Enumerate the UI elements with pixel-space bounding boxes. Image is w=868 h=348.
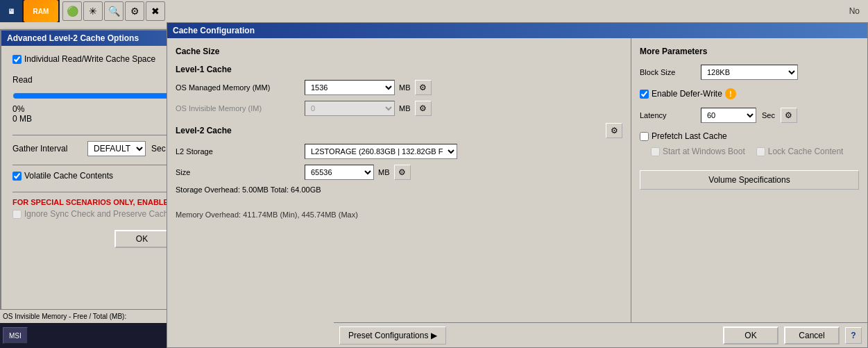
- volatile-checkbox[interactable]: [12, 172, 22, 181]
- cache-config-titlebar: Cache Configuration: [167, 23, 867, 38]
- level2-header: Level-2 Cache ⚙: [176, 123, 622, 138]
- toolbar-btn-gear[interactable]: ⚙: [125, 1, 144, 21]
- cache-size-panel: Cache Size Level-1 Cache OS Managed Memo…: [167, 38, 631, 322]
- no-text: No: [849, 6, 865, 16]
- more-params-panel: More Parameters Block Size 128KB 64KB 25…: [631, 38, 867, 322]
- toolbar-btn-close[interactable]: ✖: [146, 1, 165, 21]
- footer-right: OK Cancel ?: [723, 326, 862, 345]
- status-bar: OS Invisible Memory - Free / Total (MB):: [0, 309, 167, 323]
- cache-footer: Preset Configurations ▶ OK Cancel ?: [334, 322, 867, 347]
- latency-config-btn[interactable]: ⚙: [781, 108, 797, 123]
- l2-storage-select[interactable]: L2STORAGE (260.83GB | 132.82GB Fre: [305, 144, 457, 159]
- read-label: Read: [12, 75, 33, 85]
- cache-ok-button[interactable]: OK: [723, 326, 778, 345]
- ignore-checkbox: [12, 210, 22, 219]
- latency-row: Latency 60 30 120 Sec ⚙: [640, 108, 859, 123]
- ram-badge: RAM: [24, 0, 58, 22]
- block-size-label: Block Size: [640, 68, 695, 76]
- os-invisible-config-btn[interactable]: ⚙: [415, 101, 432, 116]
- toolbar-btn-settings[interactable]: ✳: [83, 1, 103, 21]
- start-windows-option: Start at Windows Boot: [651, 147, 745, 156]
- latency-label: Latency: [640, 111, 695, 119]
- volume-specs-button[interactable]: Volume Specifications: [640, 170, 859, 190]
- preset-label: Preset Configurations: [348, 331, 428, 340]
- bottom-taskbar: MSI: [0, 323, 167, 348]
- os-invisible-select: 0: [305, 101, 395, 116]
- size-config-btn[interactable]: ⚙: [394, 165, 411, 180]
- os-invisible-row: OS Invisible Memory (IM) 0 MB ⚙: [176, 101, 622, 116]
- status-text: OS Invisible Memory - Free / Total (MB):: [3, 313, 126, 320]
- size-label: Size: [176, 168, 300, 176]
- gather-select[interactable]: DEFAULT 1 2 5 10: [87, 141, 146, 156]
- os-managed-config-btn[interactable]: ⚙: [415, 80, 432, 95]
- lock-cache-checkbox: [756, 147, 765, 156]
- size-select[interactable]: 65536: [305, 165, 374, 180]
- gather-unit: Sec: [151, 144, 166, 154]
- latency-select[interactable]: 60 30 120: [701, 108, 756, 123]
- block-size-row: Block Size 128KB 64KB 256KB 512KB: [640, 65, 859, 80]
- more-params-title: More Parameters: [640, 47, 859, 56]
- read-mb: 0 MB: [12, 114, 32, 124]
- msi-label: MSI: [9, 332, 22, 340]
- msi-taskbar-item[interactable]: MSI: [3, 327, 28, 344]
- os-managed-row: OS Managed Memory (MM) 1536 MB ⚙: [176, 80, 622, 95]
- level2-config-btn[interactable]: ⚙: [606, 123, 622, 138]
- volatile-label: Volatile Cache Contents: [24, 171, 113, 181]
- cache-size-title: Cache Size: [176, 47, 622, 56]
- preset-arrow-icon: ▶: [431, 331, 437, 340]
- help-button[interactable]: ?: [845, 327, 862, 344]
- os-managed-label: OS Managed Memory (MM): [176, 83, 300, 92]
- cache-config-window: Cache Configuration Cache Size Level-1 C…: [167, 22, 868, 348]
- advanced-dialog-title: Advanced Level-2 Cache Options: [7, 33, 139, 43]
- l2-storage-row: L2 Storage L2STORAGE (260.83GB | 132.82G…: [176, 144, 622, 159]
- cache-config-body: Cache Size Level-1 Cache OS Managed Memo…: [167, 38, 867, 322]
- size-row: Size 65536 MB ⚙: [176, 165, 622, 180]
- toolbar: 🟢 ✳ 🔍 ⚙ ✖ No: [60, 0, 868, 22]
- app-icon: 🖥: [0, 0, 22, 22]
- latency-unit: Sec: [762, 111, 775, 119]
- toolbar-btn-search[interactable]: 🔍: [104, 1, 124, 21]
- gather-label: Gather Interval: [12, 144, 82, 154]
- start-windows-label: Start at Windows Boot: [663, 147, 745, 156]
- os-invisible-label: OS Invisible Memory (IM): [176, 104, 300, 113]
- prefetch-checkbox[interactable]: [640, 132, 649, 141]
- individual-rw-checkbox[interactable]: [12, 55, 22, 64]
- preset-config-button[interactable]: Preset Configurations ▶: [339, 326, 446, 345]
- memory-overhead: Memory Overhead: 411.74MB (Min), 445.74M…: [176, 208, 622, 222]
- cache-cancel-button[interactable]: Cancel: [784, 326, 840, 345]
- overhead-text: Storage Overhead: 5.00MB Total: 64.00GB: [176, 185, 622, 194]
- read-pct: 0%: [12, 104, 32, 114]
- read-values: 0% 0 MB: [12, 104, 32, 124]
- defer-write-checkbox[interactable]: [640, 90, 649, 99]
- top-taskbar: 🖥 RAM 🟢 ✳ 🔍 ⚙ ✖ No: [0, 0, 868, 22]
- os-managed-select[interactable]: 1536: [305, 80, 395, 95]
- individual-rw-label: Individual Read/Write Cache Space: [24, 54, 155, 64]
- size-unit: MB: [378, 168, 390, 176]
- advanced-ok-button[interactable]: OK: [114, 230, 170, 248]
- toolbar-btn-add[interactable]: 🟢: [62, 1, 82, 21]
- lock-cache-option: Lock Cache Content: [756, 147, 844, 156]
- block-size-select[interactable]: 128KB 64KB 256KB 512KB: [701, 65, 798, 80]
- cache-config-title: Cache Configuration: [173, 26, 255, 35]
- start-windows-checkbox: [651, 147, 660, 156]
- os-managed-unit: MB: [399, 83, 411, 92]
- os-invisible-unit: MB: [399, 104, 411, 113]
- defer-write-info-icon: !: [725, 88, 736, 99]
- main-area: Advanced Level-2 Cache Options ✕ Individ…: [0, 22, 868, 348]
- defer-write-label: Enable Defer-Write: [652, 89, 722, 99]
- sub-options: Start at Windows Boot Lock Cache Content: [651, 147, 859, 156]
- prefetch-label: Prefetch Last Cache: [652, 131, 727, 141]
- defer-write-row: Enable Defer-Write !: [640, 88, 859, 99]
- level2-title: Level-2 Cache: [176, 126, 232, 135]
- l2-storage-label: L2 Storage: [176, 147, 300, 156]
- prefetch-row: Prefetch Last Cache: [640, 131, 859, 141]
- level1-title: Level-1 Cache: [176, 65, 622, 74]
- lock-cache-label: Lock Cache Content: [768, 147, 844, 156]
